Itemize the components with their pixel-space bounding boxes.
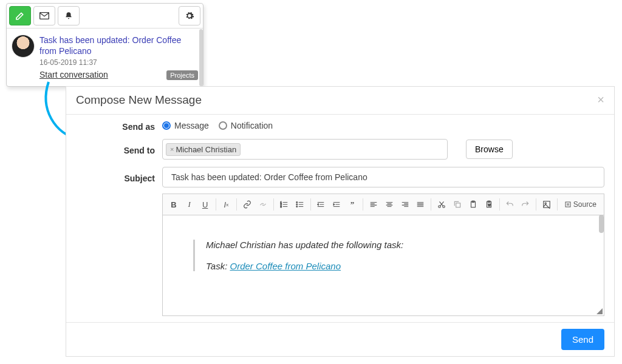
notification-item[interactable]: Task has been updated: Order Coffee from…	[7, 29, 203, 86]
undo-icon[interactable]	[502, 197, 517, 212]
body-line-1: Michael Christian has updated the follow…	[206, 240, 573, 250]
paste-icon[interactable]	[466, 197, 480, 212]
compose-modal: Compose New Message × Send as Message No…	[66, 86, 615, 357]
svg-point-17	[545, 203, 546, 204]
radio-notification[interactable]: Notification	[219, 121, 273, 130]
send-button[interactable]: Send	[561, 329, 604, 350]
modal-title: Compose New Message	[76, 93, 202, 107]
radio-icon-unchecked	[219, 121, 227, 130]
notification-title: Task has been updated: Order Coffee from…	[39, 35, 197, 56]
notification-timestamp: 16-05-2019 11:37	[39, 58, 197, 67]
category-badge: Projects	[166, 70, 198, 80]
radio-message-label: Message	[174, 121, 209, 130]
svg-rect-10	[456, 203, 460, 207]
blockquote-icon[interactable]: ”	[345, 197, 360, 212]
redo-icon[interactable]	[518, 197, 533, 212]
notification-panel: Task has been updated: Order Coffee from…	[6, 3, 203, 87]
task-prefix: Task:	[206, 261, 230, 271]
gear-icon-button[interactable]	[179, 6, 200, 25]
resize-handle-icon[interactable]	[596, 308, 603, 314]
recipient-token-label: Michael Christian	[176, 145, 236, 154]
copy-icon[interactable]	[450, 197, 465, 212]
notification-toolbar	[7, 4, 203, 29]
editor-body[interactable]: Michael Christian has updated the follow…	[163, 215, 604, 315]
modal-footer: Send	[66, 322, 614, 356]
body-task-line: Task: Order Coffee from Pelicano	[206, 261, 573, 271]
start-conversation-link[interactable]: Start conversation	[39, 70, 108, 79]
indent-icon[interactable]	[329, 197, 344, 212]
outdent-icon[interactable]	[313, 197, 328, 212]
task-link[interactable]: Order Coffee from Pelicano	[230, 261, 341, 271]
svg-rect-16	[544, 201, 550, 208]
paste-word-icon[interactable]: W	[482, 197, 496, 212]
ordered-list-icon[interactable]: 123	[277, 197, 292, 212]
subject-row: Subject	[66, 162, 614, 190]
svg-point-7	[296, 206, 297, 207]
radio-message[interactable]: Message	[162, 121, 209, 130]
send-as-label: Send as	[76, 120, 155, 132]
subject-input[interactable]	[162, 167, 604, 187]
svg-text:3: 3	[280, 205, 282, 208]
close-icon[interactable]: ×	[597, 93, 604, 107]
align-right-icon[interactable]	[398, 197, 412, 212]
svg-point-5	[296, 202, 297, 203]
modal-header: Compose New Message ×	[66, 87, 614, 115]
clear-format-icon[interactable]: Ix	[219, 197, 233, 212]
bold-icon[interactable]: B	[166, 197, 181, 212]
svg-text:W: W	[488, 204, 491, 207]
radio-notification-label: Notification	[231, 121, 273, 130]
svg-rect-18	[566, 202, 570, 207]
svg-rect-0	[16, 12, 24, 19]
align-left-icon[interactable]	[366, 197, 381, 212]
bell-icon-button[interactable]	[58, 6, 80, 25]
align-center-icon[interactable]	[382, 197, 397, 212]
unlink-icon[interactable]	[256, 197, 270, 212]
svg-point-6	[296, 204, 297, 205]
mail-icon-button[interactable]	[33, 6, 55, 25]
remove-token-icon[interactable]: ×	[170, 146, 174, 153]
send-as-row: Send as Message Notification	[66, 115, 614, 134]
radio-icon-checked	[162, 121, 171, 130]
compose-icon-button[interactable]	[9, 6, 31, 25]
align-justify-icon[interactable]	[413, 197, 428, 212]
browse-button[interactable]: Browse	[466, 140, 513, 159]
send-to-row: Send to × Michael Christian Browse	[66, 134, 614, 162]
editor-toolbar: B I U Ix 123 ” W	[163, 194, 604, 215]
cut-icon[interactable]	[434, 197, 449, 212]
send-as-radio-group: Message Notification	[162, 121, 273, 130]
italic-icon[interactable]: I	[182, 197, 197, 212]
recipient-input[interactable]: × Michael Christian	[162, 139, 448, 160]
source-label: Source	[573, 200, 596, 209]
underline-icon[interactable]: U	[198, 197, 213, 212]
link-icon[interactable]	[240, 197, 255, 212]
subject-label: Subject	[76, 171, 155, 183]
editor: B I U Ix 123 ” W	[162, 194, 604, 316]
unordered-list-icon[interactable]	[293, 197, 307, 212]
image-icon[interactable]	[539, 197, 554, 212]
source-button[interactable]: Source	[561, 197, 600, 212]
avatar	[12, 35, 35, 58]
recipient-token[interactable]: × Michael Christian	[166, 143, 241, 156]
send-to-label: Send to	[76, 143, 155, 155]
